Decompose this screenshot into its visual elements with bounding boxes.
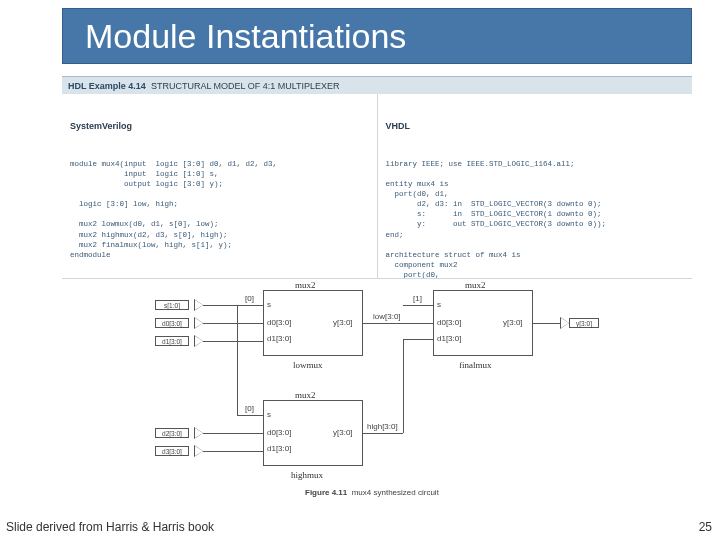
lowmux-y-pin: y[3:0]: [333, 318, 353, 327]
highmux-d1-pin: d1[3:0]: [267, 444, 291, 453]
lowmux-s-pin: s: [267, 300, 271, 309]
wire: [203, 341, 263, 342]
port-d1: d1[3:0]: [155, 336, 189, 346]
wire: [363, 323, 433, 324]
lowmux-type: mux2: [295, 280, 316, 290]
finalmux-y-pin: y[3:0]: [503, 318, 523, 327]
port-d0: d0[3:0]: [155, 318, 189, 328]
finalmux-d1-pin: d1[3:0]: [437, 334, 461, 343]
wire: [203, 451, 263, 452]
port-s: s[1:0]: [155, 300, 189, 310]
highmux-d0-pin: d0[3:0]: [267, 428, 291, 437]
figure-label: Figure 4.11 mux4 synthesized circuit: [305, 488, 439, 497]
port-y: y[3:0]: [569, 318, 599, 328]
buf-d2: [195, 428, 203, 438]
wire: [403, 305, 433, 306]
highmux-name: highmux: [291, 470, 323, 480]
page-number: 25: [699, 520, 712, 534]
slide-title-bar: Module Instantiations: [62, 8, 692, 64]
code-columns: SystemVerilog module mux4(input logic [3…: [62, 94, 692, 279]
figure-number: Figure 4.11: [305, 488, 347, 497]
port-d2: d2[3:0]: [155, 428, 189, 438]
highmux-type: mux2: [295, 390, 316, 400]
hdl-example-name: STRUCTURAL MODEL OF 4:1 MULTIPLEXER: [151, 81, 340, 91]
s0-tag: [0]: [245, 294, 254, 303]
wire: [203, 433, 263, 434]
lowmux-d0-pin: d0[3:0]: [267, 318, 291, 327]
vhdl-code: library IEEE; use IEEE.STD_LOGIC_1164.al…: [386, 159, 685, 278]
wire: [363, 433, 403, 434]
net-high: high[3:0]: [367, 422, 398, 431]
buf-d0: [195, 318, 203, 328]
hdl-example-label: HDL Example 4.14: [68, 81, 146, 91]
lowmux-name: lowmux: [293, 360, 323, 370]
slide-title: Module Instantiations: [85, 17, 406, 56]
systemverilog-column: SystemVerilog module mux4(input logic [3…: [62, 94, 377, 278]
buf-d1: [195, 336, 203, 346]
buf-s: [195, 300, 203, 310]
highmux-s-pin: s: [267, 410, 271, 419]
figure-text: mux4 synthesized circuit: [352, 488, 439, 497]
finalmux-d0-pin: d0[3:0]: [437, 318, 461, 327]
wire: [403, 339, 404, 433]
lowmux-d1-pin: d1[3:0]: [267, 334, 291, 343]
wire: [203, 323, 263, 324]
highmux-y-pin: y[3:0]: [333, 428, 353, 437]
buf-d3: [195, 446, 203, 456]
wire: [237, 415, 263, 416]
net-low: low[3:0]: [373, 312, 401, 321]
s0-tag2: [0]: [245, 404, 254, 413]
vhdl-column: VHDL library IEEE; use IEEE.STD_LOGIC_11…: [377, 94, 693, 278]
wire: [533, 323, 561, 324]
hdl-example-header: HDL Example 4.14 STRUCTURAL MODEL OF 4:1…: [62, 76, 692, 94]
circuit-diagram: mux2 s d0[3:0] d1[3:0] y[3:0] lowmux mux…: [155, 280, 595, 498]
sv-heading: SystemVerilog: [70, 120, 369, 132]
wire: [403, 339, 433, 340]
sv-code: module mux4(input logic [3:0] d0, d1, d2…: [70, 159, 369, 260]
finalmux-name: finalmux: [459, 360, 492, 370]
footer-attribution: Slide derived from Harris & Harris book: [6, 520, 214, 534]
finalmux-type: mux2: [465, 280, 486, 290]
wire: [203, 305, 263, 306]
buf-y: [561, 318, 569, 328]
port-d3: d3[3:0]: [155, 446, 189, 456]
s1-tag: [1]: [413, 294, 422, 303]
vhdl-heading: VHDL: [386, 120, 685, 132]
finalmux-s-pin: s: [437, 300, 441, 309]
wire: [237, 305, 238, 415]
